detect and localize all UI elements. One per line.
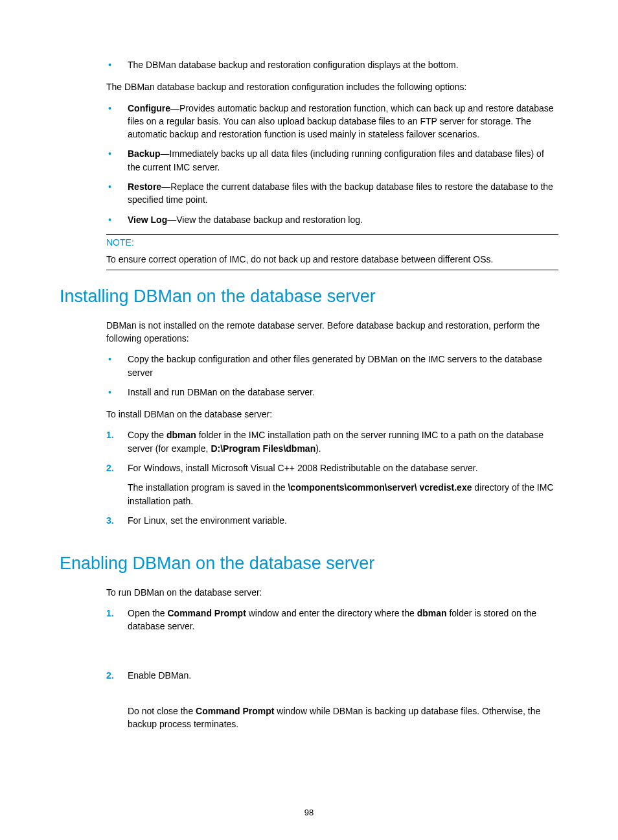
bullet-item: Install and run DBMan on the database se… — [60, 386, 558, 399]
option-text: —View the database backup and restoratio… — [167, 215, 363, 225]
step-subtext: The installation program is saved in the… — [128, 481, 558, 508]
step-number: 2. — [106, 461, 114, 474]
install-intro: DBMan is not installed on the remote dat… — [60, 319, 558, 345]
step-number: 1. — [106, 428, 114, 441]
heading-enabling: Enabling DBMan on the database server — [60, 553, 558, 574]
enable-lead: To run DBMan on the database server: — [60, 586, 558, 599]
step-text: For Linux, set the environment variable. — [128, 515, 287, 526]
option-restore: Restore—Replace the current database fil… — [60, 180, 558, 207]
bullet-item: Copy the backup configuration and other … — [60, 353, 558, 379]
step-3: 3. For Linux, set the environment variab… — [60, 514, 558, 527]
step-2: 2. Enable DBMan. Do not close the Comman… — [60, 669, 558, 731]
option-backup: Backup—Immediately backs up all data fil… — [60, 147, 558, 174]
install-lead: To install DBMan on the database server: — [60, 408, 558, 421]
note-label: NOTE: — [106, 235, 558, 250]
step-text: Copy the — [128, 430, 166, 440]
divider — [106, 270, 558, 270]
option-text: —Replace the current database files with… — [128, 181, 553, 205]
text: The installation program is saved in the — [128, 482, 288, 493]
install-steps: 1. Copy the dbman folder in the IMC inst… — [60, 428, 558, 527]
step-1: 1. Copy the dbman folder in the IMC inst… — [60, 428, 558, 455]
top-bullet-list: The DBMan database backup and restoratio… — [60, 58, 558, 71]
step-text: window and enter the directory where the — [246, 608, 417, 618]
install-bullets: Copy the backup configuration and other … — [60, 353, 558, 399]
options-list: Configure—Provides automatic backup and … — [60, 102, 558, 226]
option-label: Restore — [128, 181, 161, 192]
option-configure: Configure—Provides automatic backup and … — [60, 102, 558, 141]
intro-paragraph: The DBMan database backup and restoratio… — [60, 80, 558, 93]
step-number: 2. — [106, 669, 114, 682]
step-number: 3. — [106, 514, 114, 527]
term-dbman: dbman — [417, 608, 447, 618]
option-viewlog: View Log—View the database backup and re… — [60, 213, 558, 226]
term-path: D:\Program Files\dbman — [211, 443, 315, 454]
bullet-item: The DBMan database backup and restoratio… — [60, 58, 558, 71]
step-number: 1. — [106, 607, 114, 620]
text: Do not close the — [128, 706, 196, 716]
note-box: NOTE: To ensure correct operation of IMC… — [106, 234, 558, 270]
option-label: Backup — [128, 148, 161, 159]
option-text: —Provides automatic backup and restorati… — [128, 103, 554, 140]
document-page: The DBMan database backup and restoratio… — [0, 0, 618, 840]
option-label: View Log — [128, 215, 167, 225]
option-label: Configure — [128, 103, 170, 113]
note-content: To ensure correct operation of IMC, do n… — [106, 250, 558, 270]
step-subtext: Do not close the Command Prompt window w… — [128, 705, 558, 731]
step-text: Open the — [128, 608, 168, 618]
term-command-prompt: Command Prompt — [168, 608, 246, 618]
page-number: 98 — [0, 808, 618, 817]
option-text: —Immediately backs up all data files (in… — [128, 148, 544, 172]
term-command-prompt: Command Prompt — [196, 706, 274, 716]
step-text: For Windows, install Microsoft Visual C+… — [128, 463, 478, 473]
term-path: \components\common\server\ vcredist.exe — [288, 482, 472, 493]
step-text: ). — [315, 443, 321, 454]
heading-installing: Installing DBMan on the database server — [60, 286, 558, 307]
step-text: Enable DBMan. — [128, 670, 191, 681]
term-dbman: dbman — [166, 430, 196, 440]
step-1: 1. Open the Command Prompt window and en… — [60, 607, 558, 633]
enable-steps: 1. Open the Command Prompt window and en… — [60, 607, 558, 730]
step-2: 2. For Windows, install Microsoft Visual… — [60, 461, 558, 508]
